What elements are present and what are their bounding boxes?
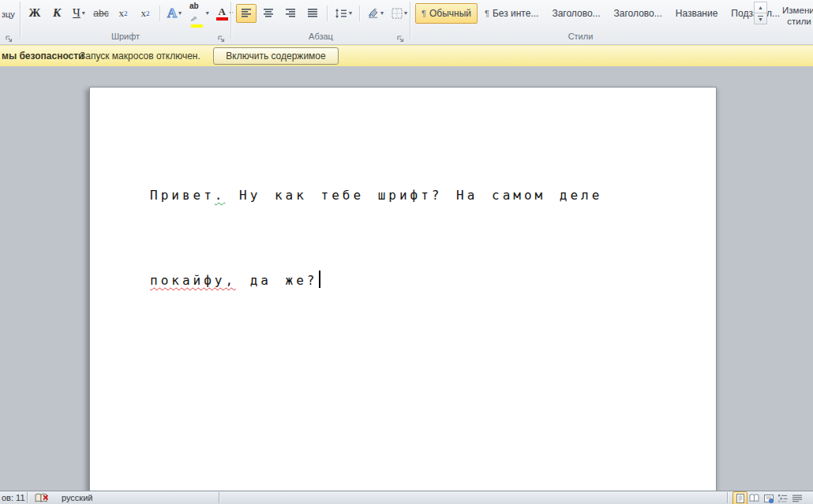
styles-gallery-more-icon[interactable]: ▼ <box>755 13 766 24</box>
style-label: Заголово... <box>552 8 600 19</box>
style-no-spacing[interactable]: ¶ Без инте... <box>478 3 545 24</box>
spelling-error-underline: покайфу, <box>150 273 236 288</box>
chevron-down-icon[interactable]: ▾ <box>82 10 85 17</box>
align-left-button[interactable] <box>236 4 257 23</box>
grammar-error-underline: . <box>215 188 226 203</box>
text-highlight-button[interactable]: ab ▾ <box>186 4 212 23</box>
document-text: Привет. Ну как тебе шрифт? На самом деле… <box>150 125 602 352</box>
word-count[interactable]: ов: 11 <box>2 492 25 503</box>
word-count-label: ов: 11 <box>2 493 25 502</box>
spellcheck-book-icon <box>35 493 49 503</box>
text-effects-label: A <box>167 6 177 21</box>
italic-button[interactable]: К <box>47 4 67 23</box>
statusbar-separator <box>727 492 728 503</box>
subscript-2: 2 <box>124 9 128 17</box>
ribbon: зцу Ж К Ч ▾ abc x2 x2 A ▾ <box>0 0 813 45</box>
security-warning-message: Запуск макросов отключен. <box>80 50 200 62</box>
text-run: да же? <box>236 273 317 288</box>
style-label: Обычный <box>429 8 471 19</box>
style-heading1[interactable]: Заголово... <box>545 3 606 24</box>
group-separator <box>410 2 410 39</box>
borders-icon <box>392 8 403 19</box>
styles-scroll-up-icon[interactable]: ▲ <box>755 2 766 13</box>
shading-bucket-icon <box>367 8 379 19</box>
pilcrow-icon: ¶ <box>485 9 489 18</box>
document-page[interactable]: Привет. Ну как тебе шрифт? На самом деле… <box>89 87 717 491</box>
enable-content-button[interactable]: Включить содержимое <box>213 47 339 65</box>
font-dialog-launcher-icon[interactable] <box>217 32 226 41</box>
outline-view-icon <box>778 494 788 502</box>
chevron-down-icon[interactable]: ▾ <box>404 10 407 17</box>
style-title[interactable]: Название <box>669 3 725 24</box>
strikethrough-label: abc <box>93 8 108 19</box>
clipboard-group: зцу <box>0 0 20 44</box>
chevron-down-icon[interactable]: ▾ <box>349 10 352 17</box>
security-warning-title: мы безопасности <box>2 50 84 62</box>
text-cursor <box>319 271 320 288</box>
highlight-ab-label: ab <box>189 2 199 10</box>
document-line-1: Привет. Ну как тебе шрифт? На самом деле <box>150 181 602 210</box>
text-effects-button[interactable]: A ▾ <box>164 4 185 23</box>
change-styles-line1: Изменить <box>772 5 813 16</box>
style-label: Название <box>676 8 718 19</box>
borders-button[interactable]: ▾ <box>388 4 410 23</box>
align-right-icon <box>286 9 296 17</box>
language-label: русский <box>62 493 92 502</box>
style-heading2[interactable]: Заголово... <box>608 3 669 24</box>
separator <box>159 6 160 21</box>
view-draft-button[interactable] <box>789 491 804 504</box>
statusbar-separator <box>219 492 219 503</box>
reading-view-icon <box>749 494 759 502</box>
style-label: Без инте... <box>493 8 539 19</box>
text-run: Ну как тебе шрифт? На самом деле <box>225 188 602 203</box>
styles-gallery-scroll: ▲ ▼ <box>754 2 767 24</box>
style-normal[interactable]: ¶ Обычный <box>415 3 478 24</box>
draft-view-icon <box>792 495 802 502</box>
paragraph-group: ▾ ▾ ▾ Абзац <box>232 0 410 44</box>
font-color-icon: A <box>216 6 228 21</box>
line-spacing-icon <box>335 9 347 18</box>
view-outline-button[interactable] <box>775 491 790 504</box>
shading-button[interactable]: ▾ <box>364 4 387 23</box>
spellcheck-status-button[interactable] <box>35 492 49 503</box>
underline-button[interactable]: Ч ▾ <box>69 4 89 23</box>
chevron-down-icon[interactable]: ▾ <box>178 10 182 17</box>
paragraph-dialog-launcher-icon[interactable] <box>396 32 405 41</box>
document-line-2: покайфу, да же? <box>150 267 602 295</box>
styles-group-label: Стили <box>411 32 750 41</box>
font-group: Ж К Ч ▾ abc x2 x2 A ▾ ab <box>21 0 230 44</box>
document-area: Привет. Ну как тебе шрифт? На самом деле… <box>0 66 813 491</box>
superscript-button[interactable]: x2 <box>135 4 155 23</box>
pilcrow-icon: ¶ <box>421 9 426 18</box>
highlight-icon: ab <box>189 0 204 28</box>
format-painter-label[interactable]: зцу <box>2 9 15 19</box>
justify-button[interactable] <box>302 4 323 23</box>
align-center-icon <box>264 9 274 17</box>
separator <box>327 6 328 21</box>
strikethrough-button[interactable]: abc <box>91 4 111 23</box>
web-layout-icon <box>764 494 774 503</box>
align-center-button[interactable] <box>258 4 279 23</box>
change-styles-button[interactable]: Изменить стили ▾ <box>772 5 813 27</box>
bold-button[interactable]: Ж <box>24 4 45 23</box>
statusbar-separator <box>27 492 28 503</box>
align-right-button[interactable] <box>280 4 301 23</box>
view-web-layout-button[interactable] <box>761 491 776 504</box>
chevron-down-icon[interactable]: ▾ <box>380 10 384 17</box>
chevron-down-icon[interactable]: ▾ <box>206 10 209 17</box>
font-group-label: Шрифт <box>21 32 230 41</box>
font-color-a-label: A <box>219 6 226 17</box>
view-print-layout-button[interactable] <box>732 491 747 504</box>
language-status[interactable]: русский <box>62 492 92 503</box>
view-fullscreen-reading-button[interactable] <box>747 491 762 504</box>
italic-label: К <box>53 6 61 20</box>
style-label: Заголово... <box>614 8 662 19</box>
font-color-swatch <box>216 17 228 21</box>
security-warning-bar: мы безопасности Запуск макросов отключен… <box>0 45 813 67</box>
enable-content-label: Включить содержимое <box>226 50 325 62</box>
underline-label: Ч <box>73 6 81 20</box>
print-layout-icon <box>736 494 745 503</box>
line-spacing-button[interactable]: ▾ <box>332 4 355 23</box>
subscript-button[interactable]: x2 <box>113 4 133 23</box>
clipboard-dialog-launcher-icon[interactable] <box>5 32 13 41</box>
